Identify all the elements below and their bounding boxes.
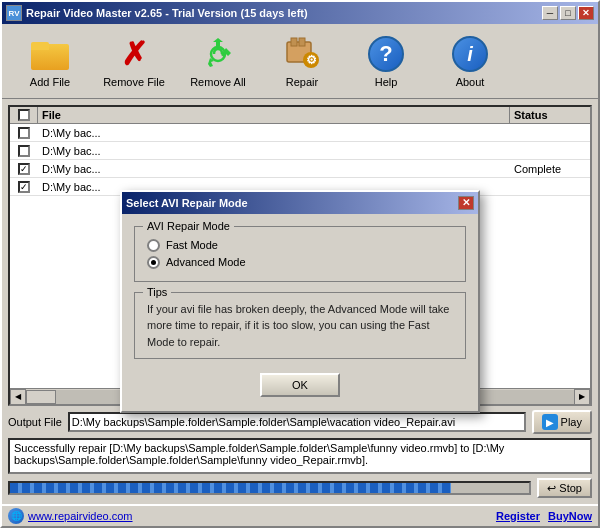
add-file-label: Add File (30, 76, 70, 88)
avi-repair-mode-label: AVI Repair Mode (143, 220, 234, 232)
title-bar-left: RV Repair Video Master v2.65 - Trial Ver… (6, 5, 308, 21)
fast-mode-radio[interactable] (147, 239, 160, 252)
remove-file-icon: ✗ (114, 34, 154, 74)
svg-rect-4 (291, 38, 297, 46)
repair-icon: ⚙ (282, 34, 322, 74)
modal-ok-row: OK (134, 369, 466, 399)
help-button[interactable]: ? Help (346, 30, 426, 92)
advanced-mode-radio[interactable] (147, 256, 160, 269)
modal-close-button[interactable]: ✕ (458, 196, 474, 210)
modal-body: AVI Repair Mode Fast Mode Advanced Mode … (122, 214, 478, 412)
toolbar: Add File ✗ Remove File Remove All (2, 24, 598, 99)
content-area: File Status D:\My bac... D:\My bac... D:… (2, 99, 598, 504)
modal-overlay: Select AVI Repair Mode ✕ AVI Repair Mode… (2, 99, 598, 504)
tips-text: If your avi file has broken deeply, the … (147, 301, 453, 351)
repair-label: Repair (286, 76, 318, 88)
help-icon: ? (366, 34, 406, 74)
add-file-button[interactable]: Add File (10, 30, 90, 92)
main-window: RV Repair Video Master v2.65 - Trial Ver… (0, 0, 600, 528)
fast-mode-row: Fast Mode (147, 239, 453, 252)
tips-group-label: Tips (143, 286, 171, 298)
add-file-icon (30, 34, 70, 74)
advanced-mode-label: Advanced Mode (166, 256, 246, 268)
window-title: Repair Video Master v2.65 - Trial Versio… (26, 7, 308, 19)
bottom-links: Register BuyNow (496, 510, 592, 522)
advanced-mode-row: Advanced Mode (147, 256, 453, 269)
help-label: Help (375, 76, 398, 88)
remove-all-icon (198, 34, 238, 74)
repair-button[interactable]: ⚙ Repair (262, 30, 342, 92)
tips-group: Tips If your avi file has broken deeply,… (134, 292, 466, 360)
about-label: About (456, 76, 485, 88)
avi-repair-mode-group: AVI Repair Mode Fast Mode Advanced Mode (134, 226, 466, 282)
website-url[interactable]: www.repairvideo.com (28, 510, 133, 522)
fast-mode-label: Fast Mode (166, 239, 218, 251)
modal-title-bar: Select AVI Repair Mode ✕ (122, 192, 478, 214)
title-controls: ─ □ ✕ (542, 6, 594, 20)
buy-now-link[interactable]: BuyNow (548, 510, 592, 522)
register-link[interactable]: Register (496, 510, 540, 522)
modal-title: Select AVI Repair Mode (126, 197, 248, 209)
close-button[interactable]: ✕ (578, 6, 594, 20)
remove-all-label: Remove All (190, 76, 246, 88)
svg-rect-5 (299, 38, 305, 46)
svg-text:⚙: ⚙ (306, 53, 317, 67)
remove-file-label: Remove File (103, 76, 165, 88)
modal-dialog: Select AVI Repair Mode ✕ AVI Repair Mode… (120, 190, 480, 414)
about-button[interactable]: i About (430, 30, 510, 92)
bottom-url: 🌐 www.repairvideo.com (8, 508, 133, 524)
app-icon: RV (6, 5, 22, 21)
globe-icon: 🌐 (8, 508, 24, 524)
minimize-button[interactable]: ─ (542, 6, 558, 20)
remove-all-button[interactable]: Remove All (178, 30, 258, 92)
remove-file-button[interactable]: ✗ Remove File (94, 30, 174, 92)
maximize-button[interactable]: □ (560, 6, 576, 20)
modal-ok-button[interactable]: OK (260, 373, 340, 397)
modal-ok-label: OK (292, 379, 308, 391)
about-icon: i (450, 34, 490, 74)
bottom-bar: 🌐 www.repairvideo.com Register BuyNow (2, 504, 598, 526)
title-bar: RV Repair Video Master v2.65 - Trial Ver… (2, 2, 598, 24)
svg-text:RV: RV (9, 9, 21, 18)
